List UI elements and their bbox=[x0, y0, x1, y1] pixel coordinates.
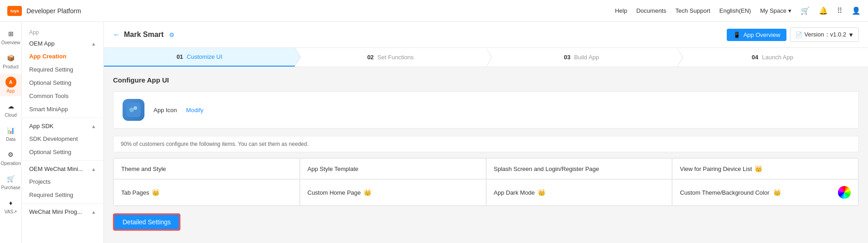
header-actions: 📱 App Overview 📄 Version：v1.0.2 ▼ bbox=[727, 27, 859, 42]
version-icon: 📄 bbox=[795, 31, 802, 38]
sidebar-icon-purchase[interactable]: 🛒 Purchase bbox=[0, 171, 21, 193]
documents-link[interactable]: Documents bbox=[636, 7, 666, 14]
sidebar-item-smart-miniapp[interactable]: Smart MiniApp bbox=[22, 103, 103, 116]
app-settings-icon[interactable]: ⚙ bbox=[169, 31, 175, 38]
app-sdk-section[interactable]: App SDK ▲ bbox=[22, 120, 103, 132]
version-button[interactable]: 📄 Version：v1.0.2 ▼ bbox=[790, 27, 859, 42]
crown-icon-tab: 👑 bbox=[152, 189, 159, 196]
divider-2 bbox=[22, 160, 103, 161]
svg-point-2 bbox=[134, 106, 137, 110]
oem-wechat-collapse-icon[interactable]: ▲ bbox=[91, 166, 96, 172]
vas-icon: ♦ bbox=[5, 197, 16, 208]
icon-sidebar: ⊞ Overview 📦 Product A App ☁ Cloud 📊 Dat… bbox=[0, 22, 22, 243]
sidebar-icon-cloud[interactable]: ☁ Cloud bbox=[0, 98, 21, 120]
breadcrumb: ← Mark Smart ⚙ bbox=[113, 31, 175, 39]
app-icon-preview bbox=[123, 99, 144, 121]
purchase-icon: 🛒 bbox=[5, 173, 16, 184]
sidebar-icon-data[interactable]: 📊 Data bbox=[0, 122, 21, 145]
sidebar-icon-operation[interactable]: ⚙ Operation bbox=[0, 146, 21, 169]
step-2-arrow bbox=[486, 48, 492, 67]
cart-icon[interactable]: 🛒 bbox=[801, 6, 810, 15]
data-icon: 📊 bbox=[5, 125, 16, 136]
divider-3 bbox=[22, 203, 103, 204]
cloud-label: Cloud bbox=[5, 113, 16, 118]
language-selector[interactable]: English(EN) bbox=[719, 7, 751, 14]
cards-grid: Theme and Style App Style Template Splas… bbox=[113, 158, 859, 206]
operation-label: Operation bbox=[1, 161, 21, 166]
detailed-settings-button[interactable]: Detailed Settings bbox=[113, 213, 180, 231]
app-label-icon: App bbox=[7, 88, 15, 93]
overview-label: Overview bbox=[1, 40, 21, 45]
divider-1 bbox=[22, 118, 103, 118]
sidebar-item-app-creation[interactable]: App Creation bbox=[22, 50, 103, 63]
operation-icon: ⚙ bbox=[5, 149, 16, 160]
apps-grid-icon[interactable]: ⠿ bbox=[837, 6, 842, 15]
app-name-title: Mark Smart bbox=[124, 31, 164, 39]
product-icon: 📦 bbox=[5, 52, 16, 63]
back-button[interactable]: ← bbox=[113, 31, 120, 39]
info-text: 90% of customers configure the following… bbox=[113, 136, 859, 152]
overview-icon: ⊞ bbox=[5, 28, 16, 39]
tuya-logo: tuya bbox=[7, 6, 22, 16]
app-icon-row: App Icon Modify bbox=[113, 91, 859, 129]
cloud-icon: ☁ bbox=[5, 101, 16, 112]
tech-support-link[interactable]: Tech Support bbox=[675, 7, 710, 14]
notification-icon[interactable]: 🔔 bbox=[819, 6, 828, 15]
sidebar-item-common-tools[interactable]: Common Tools bbox=[22, 89, 103, 103]
vas-label: VAS↗ bbox=[5, 209, 17, 214]
mobile-icon: 📱 bbox=[733, 31, 740, 38]
step-1-arrow bbox=[295, 48, 300, 66]
sidebar-item-optional-setting[interactable]: Optional Setting bbox=[22, 76, 103, 89]
nav-left: tuya Developer Platform bbox=[7, 6, 81, 16]
purchase-label: Purchase bbox=[1, 185, 20, 190]
page-title: Configure App UI bbox=[113, 76, 859, 84]
product-label: Product bbox=[3, 64, 18, 69]
sidebar-item-sdk-optional[interactable]: Optional Setting bbox=[22, 145, 103, 159]
step-3-arrow bbox=[677, 48, 683, 67]
card-splash-screen[interactable]: Splash Screen and Login/Register Page bbox=[486, 158, 673, 179]
card-tab-pages[interactable]: Tab Pages 👑 bbox=[113, 179, 300, 206]
crown-icon-theme: 👑 bbox=[773, 189, 781, 196]
content-header: ← Mark Smart ⚙ 📱 App Overview 📄 Version：… bbox=[104, 22, 868, 48]
step-1-label: Customize UI bbox=[187, 53, 222, 60]
step-2[interactable]: 02 Set Functions bbox=[295, 48, 486, 67]
sidebar-item-sdk-development[interactable]: SDK Development bbox=[22, 132, 103, 145]
oem-wechat-section[interactable]: OEM WeChat Mini... ▲ bbox=[22, 163, 103, 175]
help-link[interactable]: Help bbox=[615, 7, 627, 14]
crown-icon-home: 👑 bbox=[364, 189, 371, 196]
step-4-num: 04 bbox=[752, 54, 758, 61]
step-1[interactable]: 01 Customize UI bbox=[104, 48, 295, 67]
card-custom-theme[interactable]: Custom Theme/Background Color 👑 bbox=[672, 179, 858, 206]
sidebar-icon-vas[interactable]: ♦ VAS↗ bbox=[0, 195, 21, 217]
card-theme-style[interactable]: Theme and Style bbox=[113, 158, 300, 179]
version-dropdown-icon: ▼ bbox=[848, 31, 854, 38]
sidebar-icon-overview[interactable]: ⊞ Overview bbox=[0, 26, 21, 48]
app-sdk-collapse-icon[interactable]: ▲ bbox=[91, 124, 96, 129]
card-pairing-device-list[interactable]: View for Pairing Device List 👑 bbox=[672, 158, 858, 179]
sidebar-item-projects[interactable]: Projects bbox=[22, 175, 103, 188]
step-2-label: Set Functions bbox=[377, 54, 414, 61]
wechat-mini-collapse-icon[interactable]: ▲ bbox=[91, 209, 96, 215]
sidebar-icon-app[interactable]: A App bbox=[0, 74, 21, 96]
gradient-circle-icon bbox=[838, 186, 851, 199]
main-layout: ⊞ Overview 📦 Product A App ☁ Cloud 📊 Dat… bbox=[0, 22, 868, 243]
card-app-dark-mode[interactable]: App Dark Mode 👑 bbox=[486, 179, 673, 206]
sidebar-icon-product[interactable]: 📦 Product bbox=[0, 50, 21, 72]
step-4[interactable]: 04 Launch App bbox=[677, 48, 868, 67]
sidebar-item-required-setting[interactable]: Required Setting bbox=[22, 63, 103, 76]
sidebar-item-wechat-required[interactable]: Required Setting bbox=[22, 188, 103, 202]
modify-link[interactable]: Modify bbox=[186, 107, 203, 114]
my-space-btn[interactable]: My Space ▾ bbox=[760, 7, 791, 14]
app-overview-button[interactable]: 📱 App Overview bbox=[727, 29, 786, 41]
oem-app-section[interactable]: OEM App ▲ bbox=[22, 37, 103, 50]
user-avatar-icon[interactable]: 👤 bbox=[852, 6, 861, 15]
nav-right: Help Documents Tech Support English(EN) … bbox=[615, 6, 861, 15]
step-3[interactable]: 03 Build App bbox=[486, 48, 677, 67]
wechat-mini-section[interactable]: WeChat Mini Prog... ▲ bbox=[22, 206, 103, 218]
step-4-label: Launch App bbox=[762, 54, 793, 61]
card-app-style-template[interactable]: App Style Template bbox=[300, 158, 486, 179]
oem-app-collapse-icon[interactable]: ▲ bbox=[91, 41, 96, 47]
step-1-num: 01 bbox=[176, 53, 183, 60]
card-custom-home-page[interactable]: Custom Home Page 👑 bbox=[300, 179, 486, 206]
step-3-num: 03 bbox=[564, 54, 570, 61]
